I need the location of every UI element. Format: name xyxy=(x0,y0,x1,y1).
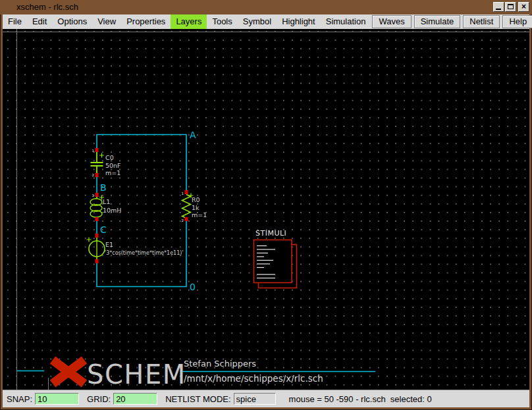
menu-options[interactable]: Options xyxy=(52,14,92,29)
snap-input[interactable] xyxy=(35,393,79,405)
resistor-ref: R0 xyxy=(192,196,200,203)
inductor-pin1 xyxy=(95,193,99,197)
credit-path: /mnt/x/home/schippes/x/rlc.sch xyxy=(184,373,323,384)
source-ref: E1 xyxy=(105,241,113,248)
menu-view[interactable]: View xyxy=(92,14,121,29)
close-icon: × xyxy=(519,2,529,12)
net-label-c[interactable]: C xyxy=(100,224,107,235)
capacitor-plus-icon xyxy=(99,153,104,158)
capacitor-ref: C0 xyxy=(105,154,114,161)
simulate-button[interactable]: Simulate xyxy=(414,15,461,28)
menu-simulation[interactable]: Simulation xyxy=(321,14,371,29)
minimize-button[interactable] xyxy=(493,2,504,12)
net-label-0[interactable]: 0 xyxy=(190,282,196,292)
xschem-window: xschem - rlc.sch × File Edit Options Vie… xyxy=(0,0,532,410)
menu-layers[interactable]: Layers xyxy=(171,14,207,29)
net-label-b[interactable]: B xyxy=(100,182,107,193)
credit-name: Stefan Schippers xyxy=(184,359,256,369)
inductor-pin2 xyxy=(95,217,99,221)
menu-edit[interactable]: Edit xyxy=(27,14,52,29)
resistor-pin1-number: 1 xyxy=(182,192,184,195)
component-inductor[interactable]: 1 L1 10mH xyxy=(90,193,122,221)
netlist-mode-input[interactable] xyxy=(234,393,276,405)
capacitor-pin2-number: 2 xyxy=(92,173,95,177)
snap-label: SNAP: xyxy=(7,394,32,404)
stimuli-box-front xyxy=(254,240,292,283)
grid-label: GRID: xyxy=(87,394,111,404)
component-capacitor[interactable]: 1 2 C0 50nF m=1 xyxy=(91,148,121,177)
source-value: '3*cos(time*time*time*1e11)' xyxy=(105,250,184,256)
net-label-a[interactable]: A xyxy=(190,130,196,140)
resistor-pin2-number: 2 xyxy=(182,218,184,222)
menu-highlight[interactable]: Highlight xyxy=(277,14,321,29)
schematic-svg: A B C 0 1 2 C0 50nF m=1 xyxy=(3,29,529,390)
help-button[interactable]: Help xyxy=(502,15,532,28)
resistor-pin1 xyxy=(185,190,188,194)
menu-properties[interactable]: Properties xyxy=(121,14,171,29)
menu-file[interactable]: File xyxy=(3,14,27,29)
waves-button[interactable]: Waves xyxy=(372,15,411,28)
source-plus-icon xyxy=(87,238,92,242)
resistor-mult: m=1 xyxy=(192,211,207,218)
maximize-button[interactable] xyxy=(505,2,516,12)
netlist-mode-label: NETLIST MODE: xyxy=(165,394,230,404)
source-pin2 xyxy=(95,259,99,263)
logo-x-icon xyxy=(53,360,84,384)
logo-text: SCHEM xyxy=(87,359,186,390)
logo-block: SCHEM Stefan Schippers /mnt/x/home/schip… xyxy=(16,359,375,390)
titlebar[interactable]: xschem - rlc.sch × xyxy=(0,0,532,14)
resistor-value: 1k xyxy=(192,204,200,211)
inductor-pin1-number: 1 xyxy=(92,193,95,197)
source-pin1 xyxy=(95,234,99,238)
capacitor-pin1 xyxy=(95,148,99,152)
resistor-zigzag xyxy=(182,195,191,218)
stimuli-block[interactable]: STIMULI xyxy=(254,229,297,288)
mouse-status-text: mouse = 50 -590 - rlc.sch selected: 0 xyxy=(289,394,432,404)
menu-symbol[interactable]: Symbol xyxy=(238,14,277,29)
statusbar: SNAP: GRID: NETLIST MODE: mouse = 50 -59… xyxy=(3,390,529,407)
inductor-value: 10mH xyxy=(103,207,122,214)
grid-axes xyxy=(3,29,529,390)
minimize-icon xyxy=(496,9,501,10)
stimuli-label: STIMULI xyxy=(255,229,286,238)
grid-input[interactable] xyxy=(113,393,157,405)
component-resistor[interactable]: 1 2 R0 1k m=1 xyxy=(182,190,207,222)
menubar: File Edit Options View Properties Layers… xyxy=(3,14,529,29)
capacitor-pin2 xyxy=(95,173,99,177)
component-source[interactable]: E1 '3*cos(time*time*time*1e11)' xyxy=(87,234,184,263)
capacitor-value: 50nF xyxy=(105,162,121,169)
schematic-canvas[interactable]: A B C 0 1 2 C0 50nF m=1 xyxy=(3,29,529,390)
close-button[interactable]: × xyxy=(518,2,529,12)
resistor-pin2 xyxy=(185,217,188,221)
capacitor-mult: m=1 xyxy=(105,169,120,176)
menu-tools[interactable]: Tools xyxy=(207,14,237,29)
maximize-icon xyxy=(508,4,514,9)
capacitor-pin1-number: 1 xyxy=(92,149,95,153)
netlist-button[interactable]: Netlist xyxy=(463,15,500,28)
window-title: xschem - rlc.sch xyxy=(16,2,78,12)
inductor-ref: L1 xyxy=(103,198,110,205)
window-controls: × xyxy=(492,2,529,12)
